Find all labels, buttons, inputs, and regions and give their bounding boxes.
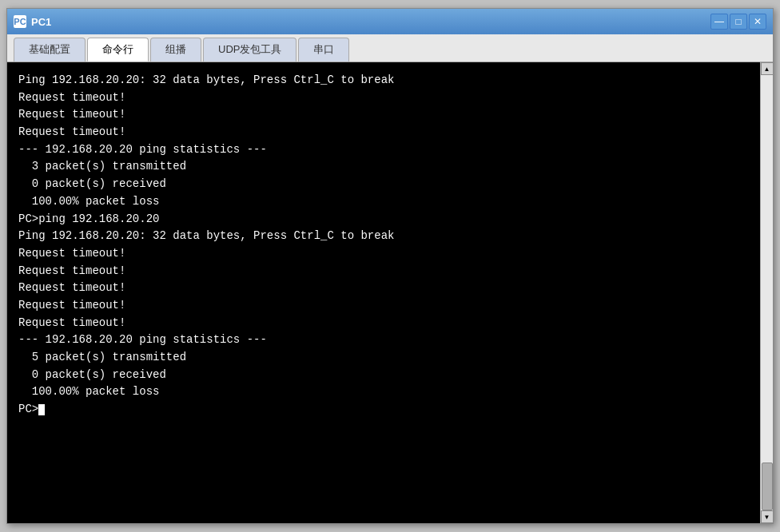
scrollbar[interactable]: ▲ ▼ xyxy=(760,62,773,523)
scroll-thumb[interactable] xyxy=(762,463,773,510)
tab-multicast[interactable]: 组播 xyxy=(150,38,201,62)
tab-udp[interactable]: UDP发包工具 xyxy=(203,38,296,62)
tab-bar: 基础配置 命令行 组播 UDP发包工具 串口 xyxy=(7,34,773,62)
tab-serial[interactable]: 串口 xyxy=(298,38,349,62)
window-title: PC1 xyxy=(31,16,710,28)
terminal-line: 100.00% packet loss xyxy=(18,383,762,401)
close-button[interactable]: ✕ xyxy=(749,14,766,30)
terminal-line: Request timeout! xyxy=(18,263,762,280)
main-window: PC PC1 — □ ✕ 基础配置 命令行 组播 UDP发包工具 串口 Ping… xyxy=(6,8,774,524)
terminal-line: 5 packet(s) transmitted xyxy=(18,349,762,367)
minimize-button[interactable]: — xyxy=(710,14,728,30)
maximize-button[interactable]: □ xyxy=(730,14,747,30)
terminal-line: Request timeout! xyxy=(18,280,762,297)
terminal-line: Request timeout! xyxy=(18,106,762,124)
tab-cmd[interactable]: 命令行 xyxy=(87,38,149,62)
terminal-line: PC>ping 192.168.20.20 xyxy=(18,211,762,228)
terminal-cursor xyxy=(38,404,45,415)
terminal-line: 3 packet(s) transmitted xyxy=(18,158,762,176)
terminal-line: PC> xyxy=(18,401,762,419)
scroll-down-button[interactable]: ▼ xyxy=(761,510,774,523)
terminal-line: Request timeout! xyxy=(18,315,762,332)
terminal-line: 0 packet(s) received xyxy=(18,367,762,384)
scroll-up-button[interactable]: ▲ xyxy=(761,62,774,75)
window-icon: PC xyxy=(14,15,26,28)
terminal-line: Request timeout! xyxy=(18,245,762,263)
terminal-line: --- 192.168.20.20 ping statistics --- xyxy=(18,141,762,159)
terminal-area: Ping 192.168.20.20: 32 data bytes, Press… xyxy=(7,62,773,523)
terminal-line: Request timeout! xyxy=(18,89,762,107)
terminal-line: Ping 192.168.20.20: 32 data bytes, Press… xyxy=(18,228,762,245)
terminal-line: 0 packet(s) received xyxy=(18,176,762,193)
terminal-line: Request timeout! xyxy=(18,124,762,141)
terminal-line: --- 192.168.20.20 ping statistics --- xyxy=(18,332,762,349)
scroll-track xyxy=(761,75,773,510)
terminal-output[interactable]: Ping 192.168.20.20: 32 data bytes, Press… xyxy=(18,72,762,514)
window-controls: — □ ✕ xyxy=(710,14,766,30)
tab-basic[interactable]: 基础配置 xyxy=(14,38,86,62)
terminal-line: Request timeout! xyxy=(18,297,762,315)
terminal-line: Ping 192.168.20.20: 32 data bytes, Press… xyxy=(18,72,762,89)
title-bar: PC PC1 — □ ✕ xyxy=(7,9,773,34)
terminal-line: 100.00% packet loss xyxy=(18,193,762,211)
